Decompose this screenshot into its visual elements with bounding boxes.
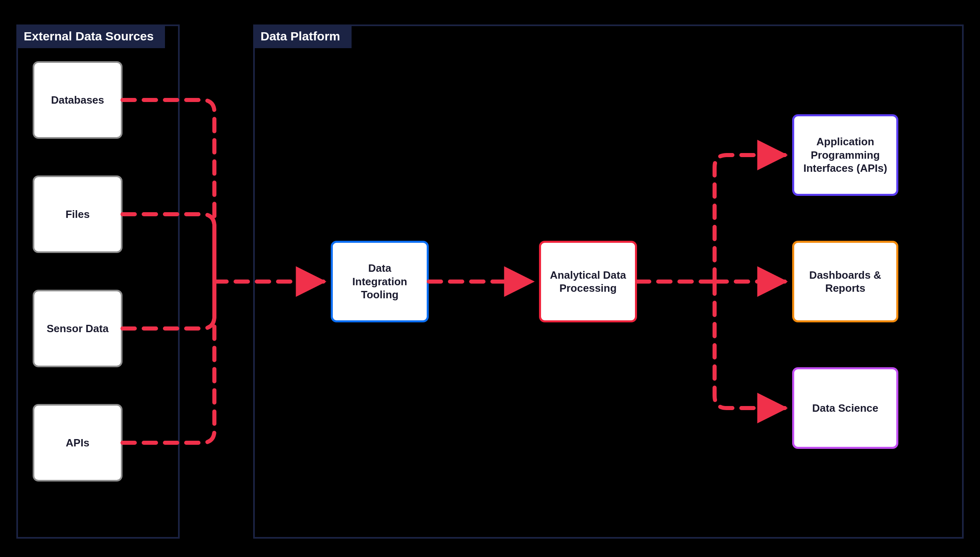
group-platform-title: Data Platform — [253, 24, 352, 48]
node-analytical-data-processing: Analytical Data Processing — [539, 241, 637, 322]
node-data-science: Data Science — [792, 367, 898, 449]
node-apis-output: Application Programming Interfaces (APIs… — [792, 114, 898, 196]
node-databases: Databases — [33, 61, 122, 139]
node-apis-source: APIs — [33, 404, 122, 482]
diagram-canvas: External Data Sources Data Platform Data… — [0, 0, 980, 557]
node-dashboards-reports: Dashboards & Reports — [792, 241, 898, 322]
group-external-title: External Data Sources — [16, 24, 165, 48]
node-sensor-data: Sensor Data — [33, 290, 122, 367]
node-files: Files — [33, 175, 122, 253]
node-data-integration-tooling: Data Integration Tooling — [331, 241, 429, 322]
